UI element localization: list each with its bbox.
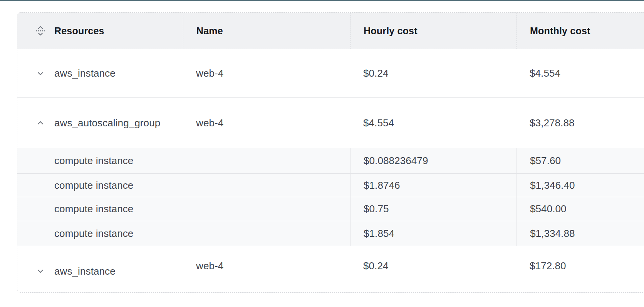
sub-resource-row: compute instance$0.75$540.00: [17, 197, 644, 221]
resource-row: aws_autoscaling_groupweb-4$4.554$3,278.8…: [17, 97, 644, 148]
hourly-cost-cell: $0.088236479: [350, 148, 517, 173]
sub-resource-row: compute instance$1.8746$1,346.40: [17, 173, 644, 197]
resource-cell: aws_instance: [17, 248, 183, 293]
monthly-cost-cell: $57.60: [517, 148, 644, 173]
hourly-cost-cell: $0.24: [350, 49, 517, 97]
monthly-cost-cell: $4.554: [517, 49, 644, 97]
column-header-label: Hourly cost: [364, 25, 418, 37]
resource-row: aws_instanceweb-4$0.24$172.80: [17, 246, 644, 293]
monthly-cost-cell: $540.00: [517, 197, 644, 221]
sub-resource-label-cell: compute instance: [17, 148, 350, 173]
table-header-row: Resources Name Hourly cost Monthly cost: [17, 13, 644, 49]
column-header-hourly-cost: Hourly cost: [350, 13, 517, 49]
resource-label: aws_instance: [54, 265, 116, 277]
chevron-up-icon[interactable]: [34, 118, 47, 127]
monthly-cost-cell: $172.80: [517, 242, 644, 289]
column-header-label: Monthly cost: [530, 25, 590, 37]
monthly-cost-cell: $3,278.88: [517, 98, 644, 148]
sub-resource-label-cell: compute instance: [17, 174, 350, 197]
resource-label: aws_autoscaling_group: [54, 117, 160, 129]
chevron-down-icon[interactable]: [34, 267, 47, 276]
hourly-cost-cell: $1.8746: [350, 174, 517, 197]
column-header-resources: Resources: [17, 13, 183, 49]
column-header-label: Name: [196, 25, 223, 37]
monthly-cost-cell: $1,346.40: [517, 174, 644, 197]
name-cell: web-4: [183, 98, 350, 148]
name-cell: web-4: [183, 242, 350, 289]
drag-handle-icon[interactable]: [34, 25, 47, 37]
chevron-down-icon[interactable]: [34, 69, 47, 78]
hourly-cost-cell: $0.75: [350, 197, 517, 221]
column-header-name: Name: [183, 13, 350, 49]
cost-breakdown-table: Resources Name Hourly cost Monthly cost …: [17, 12, 644, 293]
resource-cell: aws_instance: [17, 49, 183, 97]
table-body: aws_instanceweb-4$0.24$4.554aws_autoscal…: [17, 49, 644, 293]
top-accent-line: [0, 0, 644, 1]
hourly-cost-cell: $0.24: [350, 242, 517, 289]
resource-label: aws_instance: [54, 67, 116, 79]
name-cell: web-4: [183, 49, 350, 97]
resource-cell: aws_autoscaling_group: [17, 98, 183, 148]
sub-resource-row: compute instance$0.088236479$57.60: [17, 148, 644, 173]
column-header-label: Resources: [54, 25, 104, 37]
hourly-cost-cell: $4.554: [350, 98, 517, 148]
resource-row: aws_instanceweb-4$0.24$4.554: [17, 49, 644, 97]
column-header-monthly-cost: Monthly cost: [517, 13, 644, 49]
sub-resource-label-cell: compute instance: [17, 197, 350, 221]
